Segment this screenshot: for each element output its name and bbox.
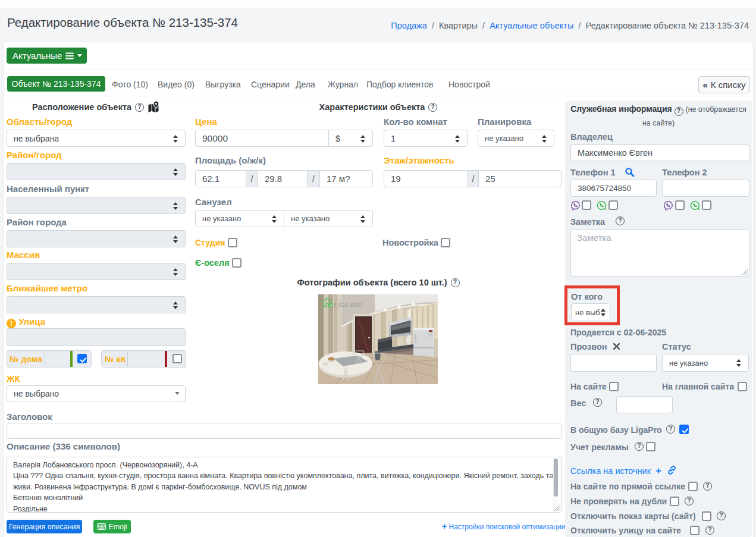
svg-text:LIGA PRO: LIGA PRO bbox=[334, 302, 363, 309]
